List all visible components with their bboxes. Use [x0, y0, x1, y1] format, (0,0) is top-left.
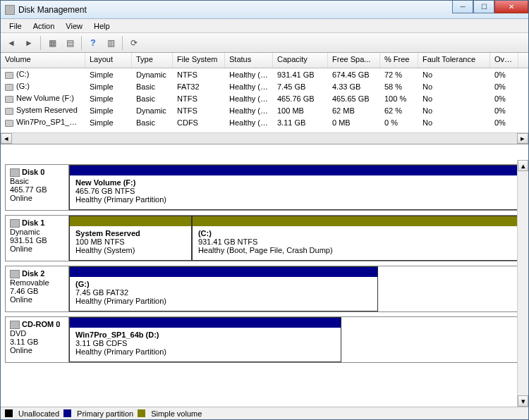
maximize-button[interactable]: ☐	[473, 1, 494, 13]
toolbar-icon-1[interactable]: ▦	[44, 35, 60, 51]
scroll-left-icon[interactable]: ◂	[1, 133, 12, 144]
toolbar-icon-4[interactable]: ⟳	[126, 35, 142, 51]
table-row[interactable]: New Volume (F:)SimpleBasicNTFSHealthy (P…	[1, 92, 528, 104]
disk-info[interactable]: CD-ROM 0DVD3.11 GBOnline	[6, 317, 69, 362]
legend-swatch-unallocated	[5, 409, 13, 417]
partition-color-bar	[70, 318, 341, 328]
drive-icon	[5, 120, 13, 127]
partition-container: Win7Pro_SP1_64b (D:)3.11 GB CDFSHealthy …	[69, 317, 523, 362]
menu-action[interactable]: Action	[28, 20, 61, 32]
partition[interactable]: New Volume (F:)465.76 GB NTFSHealthy (Pr…	[69, 165, 523, 210]
partition-color-bar	[70, 216, 191, 226]
scroll-right-icon[interactable]: ▸	[517, 133, 528, 144]
scroll-down-icon[interactable]: ▾	[518, 395, 528, 407]
vertical-scrollbar[interactable]: ▴ ▾	[517, 160, 528, 407]
legend-simple: Simple volume	[151, 409, 202, 418]
disk-row: Disk 2Removable7.46 GBOnline (G:)7.45 GB…	[5, 266, 524, 312]
col-volume[interactable]: Volume	[1, 53, 85, 68]
window-title: Disk Management	[18, 5, 87, 15]
toolbar-separator	[81, 36, 82, 50]
close-button[interactable]: ✕	[494, 1, 528, 13]
drive-icon	[5, 96, 13, 103]
partition[interactable]: (C:)931.41 GB NTFSHealthy (Boot, Page Fi…	[192, 216, 523, 261]
app-icon	[5, 5, 15, 15]
disk-row: Disk 1Dynamic931.51 GBOnlineSystem Reser…	[5, 215, 524, 261]
partition-color-bar	[70, 267, 377, 277]
help-icon[interactable]: ?	[85, 35, 101, 51]
table-body: (C:)SimpleDynamicNTFSHealthy (B...931.41…	[1, 68, 528, 128]
disk-icon	[10, 168, 20, 177]
table-row[interactable]: System ReservedSimpleDynamicNTFSHealthy …	[1, 104, 528, 116]
disk-icon	[10, 321, 20, 329]
disk-row: Disk 0Basic465.77 GBOnlineNew Volume (F:…	[5, 164, 524, 211]
col-free[interactable]: Free Spa...	[328, 53, 380, 68]
menu-help[interactable]: Help	[88, 20, 116, 32]
table-row[interactable]: Win7Pro_SP1_64b ...SimpleBasicCDFSHealth…	[1, 116, 528, 128]
menu-file[interactable]: File	[4, 20, 28, 32]
col-fault[interactable]: Fault Tolerance	[418, 53, 490, 68]
partition[interactable]: (G:)7.45 GB FAT32Healthy (Primary Partit…	[69, 266, 378, 311]
toolbar-separator	[40, 36, 41, 50]
scroll-up-icon[interactable]: ▴	[518, 160, 528, 171]
table-header: Volume Layout Type File System Status Ca…	[1, 53, 528, 68]
disk-row: CD-ROM 0DVD3.11 GBOnlineWin7Pro_SP1_64b …	[5, 316, 524, 363]
partition[interactable]: System Reserved100 MB NTFSHealthy (Syste…	[69, 216, 192, 261]
toolbar: ◄ ► ▦ ▤ ? ▥ ⟳	[1, 33, 528, 53]
table-row[interactable]: (C:)SimpleDynamicNTFSHealthy (B...931.41…	[1, 68, 528, 80]
partition-color-bar	[70, 166, 523, 175]
partition-container: New Volume (F:)465.76 GB NTFSHealthy (Pr…	[69, 165, 523, 210]
disk-layout-pane: Disk 0Basic465.77 GBOnlineNew Volume (F:…	[1, 160, 528, 407]
legend-swatch-primary	[63, 409, 71, 417]
partition-container: (G:)7.45 GB FAT32Healthy (Primary Partit…	[69, 266, 523, 311]
back-button[interactable]: ◄	[4, 35, 19, 51]
legend-swatch-simple	[138, 409, 145, 417]
toolbar-icon-3[interactable]: ▥	[103, 35, 118, 51]
legend-primary: Primary partition	[77, 409, 133, 418]
partition[interactable]: Win7Pro_SP1_64b (D:)3.11 GB CDFSHealthy …	[69, 317, 341, 362]
drive-icon	[5, 84, 13, 91]
disk-info[interactable]: Disk 0Basic465.77 GBOnline	[6, 165, 69, 210]
forward-button[interactable]: ►	[21, 35, 37, 51]
title-bar: Disk Management ─ ☐ ✕	[1, 1, 528, 19]
toolbar-icon-2[interactable]: ▤	[62, 35, 78, 51]
col-capacity[interactable]: Capacity	[273, 53, 328, 68]
col-status[interactable]: Status	[225, 53, 273, 68]
col-pct[interactable]: % Free	[380, 53, 418, 68]
minimize-button[interactable]: ─	[452, 1, 473, 13]
col-layout[interactable]: Layout	[85, 53, 132, 68]
legend-unallocated: Unallocated	[18, 409, 59, 418]
disk-info[interactable]: Disk 2Removable7.46 GBOnline	[6, 266, 69, 311]
scroll-track[interactable]	[12, 133, 517, 144]
col-over[interactable]: Overh	[490, 53, 518, 68]
table-row[interactable]: (G:)SimpleBasicFAT32Healthy (P...7.45 GB…	[1, 80, 528, 92]
horizontal-scrollbar[interactable]: ◂ ▸	[1, 132, 528, 144]
menu-view[interactable]: View	[60, 20, 88, 32]
disk-icon	[10, 219, 20, 228]
partition-container: System Reserved100 MB NTFSHealthy (Syste…	[69, 216, 523, 261]
col-fs[interactable]: File System	[173, 53, 225, 68]
volume-table: Volume Layout Type File System Status Ca…	[1, 53, 528, 144]
disk-icon	[10, 270, 20, 278]
menu-bar: File Action View Help	[1, 19, 528, 33]
col-type[interactable]: Type	[132, 53, 173, 68]
partition-color-bar	[193, 216, 523, 226]
drive-icon	[5, 72, 13, 79]
legend: Unallocated Primary partition Simple vol…	[1, 407, 528, 419]
toolbar-separator	[122, 36, 123, 50]
disk-info[interactable]: Disk 1Dynamic931.51 GBOnline	[6, 216, 69, 261]
drive-icon	[5, 108, 13, 115]
